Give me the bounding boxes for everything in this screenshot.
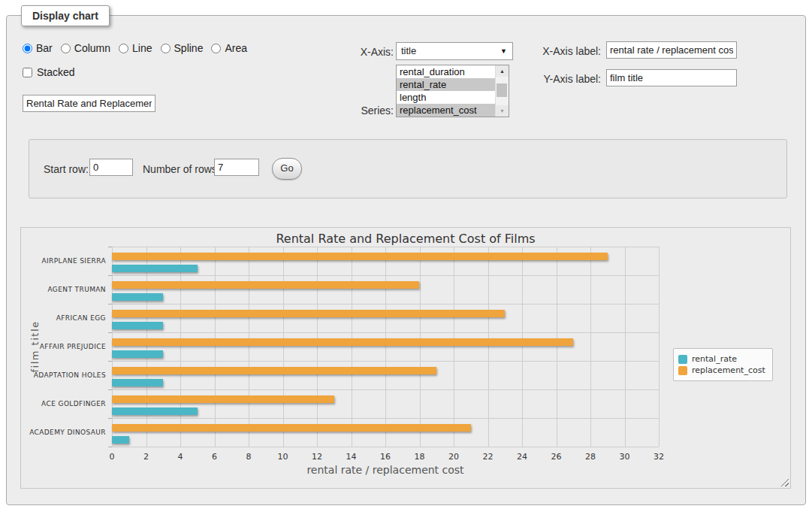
chart-type-option-spline: Spline [161,42,204,54]
category-tick [108,361,112,362]
gridline [112,361,659,362]
list-option-rental_rate[interactable]: rental_rate [397,78,500,91]
x-axis-label-field-label: X-Axis label: [526,45,601,57]
chart-type-radio-area[interactable] [211,44,221,53]
chart-title: Rental Rate and Replacement Cost of Film… [21,232,790,246]
bar-replacement_cost [112,424,471,432]
bar-replacement_cost [112,338,573,346]
chart-type-option-line: Line [119,42,152,54]
x-tick-label: 32 [654,452,664,462]
x-axis-label-input[interactable] [606,41,737,59]
start-row-input[interactable] [89,159,133,176]
gridline [352,247,352,447]
scroll-up-icon: ▲ [500,68,505,74]
gridline [112,247,113,447]
gridline [557,247,557,447]
bar-replacement_cost [112,395,334,403]
list-option-rental_duration[interactable]: rental_duration [397,65,500,78]
chart-type-option-label: Bar [36,42,53,54]
chart-container: Rental Rate and Replacement Cost of Film… [20,227,791,489]
x-tick-label: 30 [620,452,630,462]
series-label: Series: [323,105,394,117]
resize-handle-icon[interactable] [780,478,789,486]
series-options: rental_durationrental_ratelengthreplacem… [397,65,509,117]
number-of-rows-label: Number of rows: [143,163,220,175]
list-option-length[interactable]: length [397,91,500,104]
bar-rental_rate [112,436,129,444]
category-tick [108,418,112,419]
category-tick [108,389,112,390]
bar-rental_rate [112,379,163,386]
gridline [112,418,659,419]
y-axis-title: film title [29,320,41,372]
gridline [385,247,386,447]
chart-type-option-label: Spline [174,42,204,54]
x-axis-select[interactable]: title ▼ [396,42,513,60]
chart-title-input[interactable] [23,95,155,112]
legend-symbol [678,355,687,364]
x-tick-label: 12 [312,452,322,462]
legend-item-replacement_cost[interactable]: replacement_cost [678,365,765,375]
legend-symbol [678,366,687,375]
gridline [112,332,659,333]
x-tick-label: 14 [346,452,357,462]
x-tick-label: 10 [278,452,288,462]
y-axis-label-input[interactable] [606,69,737,86]
series-listbox[interactable]: rental_durationrental_ratelengthreplacem… [396,65,509,117]
stacked-checkbox[interactable] [23,68,32,77]
bar-rental_rate [112,322,163,329]
bar-rental_rate [112,265,198,272]
category-label: AIRPLANE SIERRA [21,257,106,265]
x-tick-label: 2 [143,452,149,462]
gridline [317,247,318,447]
gridline [454,247,454,447]
scrollbar-down-button[interactable]: ▼ [496,105,509,117]
scrollbar-thumb[interactable] [497,83,507,97]
chart-legend: rental_ratereplacement_cost [673,348,773,381]
x-tick-label: 4 [178,452,183,462]
stacked-option: Stacked [23,66,75,78]
bar-replacement_cost [112,253,608,260]
category-tick [108,332,112,333]
gridline [590,247,591,447]
x-tick-label: 0 [110,452,115,462]
number-of-rows-input[interactable] [214,159,259,176]
category-label: ACE GOLDFINGER [21,400,106,407]
x-tick-label: 26 [551,452,562,462]
start-row-label: Start row: [44,163,89,175]
chart-type-radio-spline[interactable] [161,44,171,53]
category-tick [108,275,112,276]
stacked-label: Stacked [37,66,75,78]
gridline [283,247,284,447]
gridline [249,247,249,447]
gridline [659,247,660,447]
chart-type-radio-bar[interactable] [23,44,32,53]
legend-item-rental_rate[interactable]: rental_rate [678,354,765,364]
gridline [488,247,489,447]
bar-replacement_cost [112,367,436,374]
fieldset-legend-title: Display chart [21,5,110,26]
chart-type-radio-column[interactable] [61,44,71,53]
list-option-replacement_cost[interactable]: replacement_cost [397,104,500,117]
y-axis-label-field-label: Y-Axis label: [526,73,601,85]
bar-rental_rate [112,293,163,301]
gridline [112,447,659,447]
bar-rental_rate [112,350,163,358]
bar-replacement_cost [112,310,505,317]
chart-type-option-bar: Bar [23,42,53,54]
scroll-down-icon: ▼ [500,108,505,114]
x-tick-label: 22 [483,452,494,462]
x-tick-label: 6 [212,452,217,462]
x-axis-title: rental rate / replacement cost [112,464,659,476]
go-button[interactable]: Go [272,158,302,180]
gridline [146,247,147,447]
scrollbar-up-button[interactable]: ▲ [496,65,509,77]
dropdown-arrow-icon: ▼ [500,43,507,59]
gridline [215,247,216,447]
bar-replacement_cost [112,281,419,289]
series-scrollbar[interactable]: ▲ ▼ [495,65,509,117]
x-tick-label: 28 [585,452,596,462]
x-tick-label: 20 [448,452,459,462]
chart-type-radio-line[interactable] [119,44,128,53]
chart-type-option-label: Column [74,42,110,54]
